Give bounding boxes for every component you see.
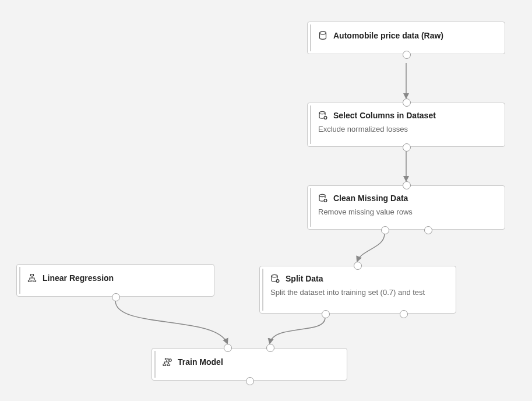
svg-point-3 [319,194,325,196]
svg-point-0 [320,31,326,34]
input-port[interactable] [354,262,362,270]
output-port-2[interactable] [424,226,432,234]
dataset-icon [318,31,327,40]
input-port-1[interactable] [224,344,232,352]
svg-point-6 [276,280,279,283]
node-select-columns-title: Select Columns in Dataset [333,110,436,121]
node-clean-missing-title: Clean Missing Data [333,193,408,203]
svg-rect-7 [31,275,34,276]
node-select-columns-subtitle: Exclude normalized losses [308,124,505,142]
node-split-data-subtitle: Split the dataset into training set (0.7… [260,287,456,305]
output-port-1[interactable] [322,310,330,318]
input-port[interactable] [403,181,411,189]
node-select-columns[interactable]: Select Columns in Dataset Exclude normal… [307,103,505,147]
node-clean-missing[interactable]: Clean Missing Data Remove missing value … [307,185,505,230]
input-port-2[interactable] [266,344,274,352]
node-train-model[interactable]: Train Model [152,348,347,381]
output-port[interactable] [112,293,120,301]
svg-rect-11 [163,364,166,366]
svg-rect-8 [29,280,31,282]
node-clean-missing-subtitle: Remove missing value rows [308,207,505,224]
svg-point-13 [169,359,171,361]
svg-point-2 [324,117,327,119]
module-icon [318,194,327,203]
train-icon [163,357,172,367]
node-split-data-title: Split Data [286,273,323,284]
node-train-model-title: Train Model [178,357,223,367]
svg-rect-9 [33,280,36,282]
svg-rect-10 [165,358,168,360]
node-dataset-title: Automobile price data (Raw) [333,30,443,41]
node-split-data[interactable]: Split Data Split the dataset into traini… [259,266,456,314]
node-linear-regression[interactable]: Linear Regression [16,264,214,297]
node-dataset[interactable]: Automobile price data (Raw) [307,22,505,54]
svg-point-1 [319,111,325,114]
svg-point-4 [324,199,327,202]
svg-point-5 [272,275,277,277]
input-port[interactable] [403,99,411,107]
svg-rect-12 [167,364,170,366]
output-port[interactable] [403,143,411,152]
node-linear-regression-title: Linear Regression [43,273,114,283]
module-icon [270,274,280,283]
pipeline-canvas[interactable]: Automobile price data (Raw) Select Colum… [0,0,532,401]
output-port[interactable] [403,51,411,59]
algorithm-icon [27,273,37,283]
output-port-2[interactable] [400,310,408,318]
output-port[interactable] [246,377,254,385]
output-port-1[interactable] [381,226,389,234]
module-icon [318,111,327,120]
